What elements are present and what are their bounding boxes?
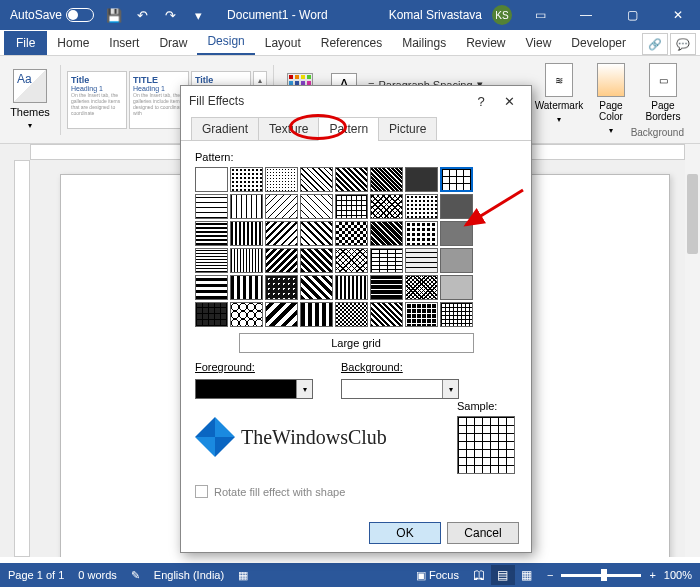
- maximize-icon[interactable]: ▢: [614, 0, 650, 30]
- pattern-swatch[interactable]: [370, 194, 403, 219]
- pattern-swatch[interactable]: [370, 248, 403, 273]
- pattern-swatch[interactable]: [300, 221, 333, 246]
- pattern-swatch[interactable]: [195, 275, 228, 300]
- pattern-swatch[interactable]: [230, 302, 263, 327]
- pattern-swatch[interactable]: [230, 167, 263, 192]
- pattern-swatch[interactable]: [405, 221, 438, 246]
- pattern-swatch[interactable]: [440, 248, 473, 273]
- pattern-swatch[interactable]: [335, 248, 368, 273]
- pattern-swatch[interactable]: [195, 302, 228, 327]
- pattern-swatch[interactable]: [300, 167, 333, 192]
- page-color-button[interactable]: Page Color▾: [586, 63, 636, 136]
- tab-layout[interactable]: Layout: [255, 31, 311, 55]
- pattern-swatch[interactable]: [195, 248, 228, 273]
- focus-mode-button[interactable]: ▣ Focus: [416, 569, 459, 582]
- tab-view[interactable]: View: [516, 31, 562, 55]
- spell-check-icon[interactable]: ✎: [131, 569, 140, 582]
- zoom-level[interactable]: 100%: [664, 569, 692, 581]
- pattern-swatch[interactable]: [265, 275, 298, 300]
- tab-design[interactable]: Design: [197, 29, 254, 55]
- pattern-swatch[interactable]: [265, 302, 298, 327]
- pattern-swatch[interactable]: [405, 248, 438, 273]
- word-count[interactable]: 0 words: [78, 569, 117, 581]
- vertical-ruler[interactable]: [14, 160, 30, 557]
- tab-review[interactable]: Review: [456, 31, 515, 55]
- style-gallery-item[interactable]: Title Heading 1 On the Insert tab, the g…: [67, 71, 127, 129]
- pattern-swatch[interactable]: [265, 248, 298, 273]
- page-indicator[interactable]: Page 1 of 1: [8, 569, 64, 581]
- pattern-swatch[interactable]: [440, 167, 473, 192]
- pattern-swatch[interactable]: [335, 167, 368, 192]
- background-color-select[interactable]: ▾: [341, 379, 459, 399]
- macro-icon[interactable]: ▦: [238, 569, 248, 582]
- dialog-close-button[interactable]: ✕: [495, 90, 523, 112]
- dialog-tab-gradient[interactable]: Gradient: [191, 117, 259, 141]
- pattern-swatch[interactable]: [370, 221, 403, 246]
- zoom-out-button[interactable]: −: [547, 569, 553, 581]
- save-icon[interactable]: 💾: [106, 7, 122, 23]
- pattern-swatch[interactable]: [440, 221, 473, 246]
- vertical-scrollbar[interactable]: [685, 144, 700, 557]
- zoom-in-button[interactable]: +: [649, 569, 655, 581]
- tab-draw[interactable]: Draw: [149, 31, 197, 55]
- dialog-tab-pattern[interactable]: Pattern: [318, 117, 379, 141]
- pattern-swatch[interactable]: [405, 302, 438, 327]
- close-window-icon[interactable]: ✕: [660, 0, 696, 30]
- pattern-swatch[interactable]: [440, 275, 473, 300]
- dialog-tab-picture[interactable]: Picture: [378, 117, 437, 141]
- pattern-swatch[interactable]: [335, 221, 368, 246]
- pattern-swatch[interactable]: [230, 221, 263, 246]
- pattern-swatch[interactable]: [230, 194, 263, 219]
- pattern-swatch[interactable]: [300, 275, 333, 300]
- pattern-swatch[interactable]: [195, 221, 228, 246]
- pattern-swatch[interactable]: [440, 194, 473, 219]
- ok-button[interactable]: OK: [369, 522, 441, 544]
- tab-references[interactable]: References: [311, 31, 392, 55]
- pattern-swatch[interactable]: [300, 194, 333, 219]
- print-layout-icon[interactable]: ▤: [491, 565, 515, 585]
- pattern-swatch[interactable]: [335, 302, 368, 327]
- watermark-button[interactable]: ≋ Watermark▾: [534, 63, 584, 136]
- cancel-button[interactable]: Cancel: [447, 522, 519, 544]
- pattern-swatch[interactable]: [335, 194, 368, 219]
- minimize-icon[interactable]: —: [568, 0, 604, 30]
- pattern-swatch[interactable]: [265, 167, 298, 192]
- tab-file[interactable]: File: [4, 31, 47, 55]
- autosave-toggle[interactable]: AutoSave: [10, 8, 94, 22]
- page-borders-button[interactable]: ▭ Page Borders: [638, 63, 688, 136]
- comments-button[interactable]: 💬: [670, 33, 696, 55]
- dialog-help-button[interactable]: ?: [467, 90, 495, 112]
- user-avatar[interactable]: KS: [492, 5, 512, 25]
- web-layout-icon[interactable]: ▦: [515, 565, 539, 585]
- tab-developer[interactable]: Developer: [561, 31, 636, 55]
- pattern-swatch[interactable]: [370, 302, 403, 327]
- undo-icon[interactable]: ↶: [134, 7, 150, 23]
- pattern-swatch[interactable]: [405, 194, 438, 219]
- ribbon-display-options-icon[interactable]: ▭: [522, 0, 558, 30]
- read-mode-icon[interactable]: 🕮: [467, 565, 491, 585]
- pattern-swatch[interactable]: [370, 275, 403, 300]
- pattern-swatch[interactable]: [195, 167, 228, 192]
- pattern-swatch[interactable]: [195, 194, 228, 219]
- pattern-swatch[interactable]: [405, 275, 438, 300]
- dialog-tab-texture[interactable]: Texture: [258, 117, 319, 141]
- pattern-swatch[interactable]: [265, 221, 298, 246]
- foreground-color-select[interactable]: ▾: [195, 379, 313, 399]
- pattern-swatch[interactable]: [335, 275, 368, 300]
- pattern-swatch[interactable]: [370, 167, 403, 192]
- pattern-swatch[interactable]: [440, 302, 473, 327]
- dialog-titlebar[interactable]: Fill Effects ? ✕: [181, 86, 531, 116]
- zoom-slider[interactable]: [561, 574, 641, 577]
- pattern-swatch[interactable]: [265, 194, 298, 219]
- pattern-swatch[interactable]: [300, 248, 333, 273]
- share-button[interactable]: 🔗: [642, 33, 668, 55]
- pattern-swatch[interactable]: [405, 167, 438, 192]
- language-indicator[interactable]: English (India): [154, 569, 224, 581]
- tab-home[interactable]: Home: [47, 31, 99, 55]
- themes-button[interactable]: Themes ▾: [6, 65, 54, 135]
- tab-insert[interactable]: Insert: [99, 31, 149, 55]
- pattern-swatch[interactable]: [300, 302, 333, 327]
- pattern-swatch[interactable]: [230, 275, 263, 300]
- pattern-swatch[interactable]: [230, 248, 263, 273]
- tab-mailings[interactable]: Mailings: [392, 31, 456, 55]
